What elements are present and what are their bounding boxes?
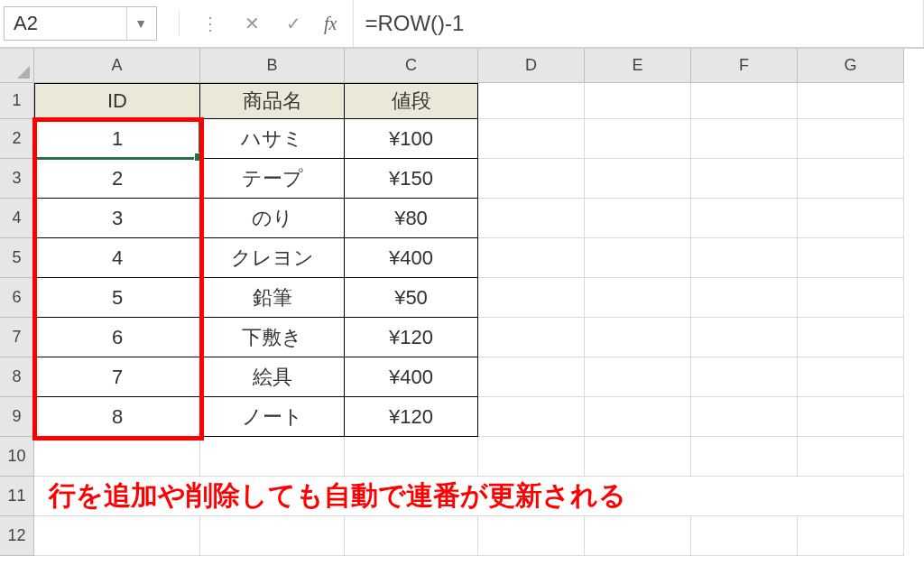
fx-icon[interactable]: fx: [324, 14, 337, 34]
cell[interactable]: [691, 437, 798, 477]
cell[interactable]: [478, 238, 585, 278]
cell[interactable]: [585, 83, 691, 119]
cell[interactable]: [585, 159, 691, 199]
cell[interactable]: クレヨン: [200, 238, 345, 278]
spreadsheet-grid[interactable]: A B C D E F G 1 ID 商品名 値段 2 1 ハサミ ¥100 3…: [0, 49, 924, 556]
cell[interactable]: 7: [34, 357, 200, 397]
cell[interactable]: [691, 238, 798, 278]
row-head[interactable]: 8: [0, 357, 34, 397]
cell[interactable]: 5: [34, 278, 200, 318]
cell[interactable]: [691, 278, 798, 318]
cell[interactable]: [478, 397, 585, 437]
cell[interactable]: [691, 119, 798, 159]
row-head[interactable]: 4: [0, 199, 34, 238]
cell[interactable]: [691, 159, 798, 199]
cell[interactable]: [478, 199, 585, 238]
row-head[interactable]: 5: [0, 238, 34, 278]
table-header-name[interactable]: 商品名: [200, 83, 345, 119]
row-head[interactable]: 1: [0, 83, 34, 119]
cell[interactable]: [798, 199, 904, 238]
formula-input[interactable]: =ROW()-1: [353, 0, 924, 47]
cell[interactable]: ¥50: [345, 278, 478, 318]
cell[interactable]: 4: [34, 238, 200, 278]
select-all-corner[interactable]: [0, 49, 34, 83]
cell[interactable]: [585, 119, 691, 159]
cell[interactable]: 絵具: [200, 357, 345, 397]
cell[interactable]: ¥100: [345, 119, 478, 159]
cell[interactable]: ¥150: [345, 159, 478, 199]
col-head-A[interactable]: A: [34, 49, 200, 83]
cell[interactable]: [691, 83, 798, 119]
cell[interactable]: 2: [34, 159, 200, 199]
cell[interactable]: [478, 119, 585, 159]
name-box-dropdown-icon[interactable]: ▼: [126, 7, 147, 40]
row-head[interactable]: 11: [0, 477, 34, 516]
cell[interactable]: ノート: [200, 397, 345, 437]
cell[interactable]: [200, 437, 345, 477]
cell[interactable]: [691, 357, 798, 397]
cell[interactable]: ¥120: [345, 397, 478, 437]
row-head[interactable]: 10: [0, 437, 34, 477]
cell[interactable]: [691, 397, 798, 437]
cell[interactable]: ¥400: [345, 357, 478, 397]
cell[interactable]: [345, 516, 478, 556]
cell[interactable]: [585, 318, 691, 357]
col-head-F[interactable]: F: [691, 49, 798, 83]
cell[interactable]: [34, 516, 200, 556]
cell[interactable]: [585, 516, 691, 556]
cell[interactable]: [798, 397, 904, 437]
cell[interactable]: [478, 318, 585, 357]
cell[interactable]: [585, 199, 691, 238]
cell[interactable]: [798, 278, 904, 318]
row-head[interactable]: 7: [0, 318, 34, 357]
col-head-G[interactable]: G: [798, 49, 904, 83]
confirm-icon[interactable]: ✓: [282, 13, 304, 34]
cell[interactable]: 6: [34, 318, 200, 357]
cell[interactable]: [200, 516, 345, 556]
cell[interactable]: [585, 357, 691, 397]
cell[interactable]: [478, 159, 585, 199]
cell[interactable]: [478, 357, 585, 397]
row-head[interactable]: 3: [0, 159, 34, 199]
cell[interactable]: [798, 83, 904, 119]
cell[interactable]: のり: [200, 199, 345, 238]
col-head-E[interactable]: E: [585, 49, 691, 83]
cell-A2-active[interactable]: 1: [34, 119, 200, 159]
col-head-D[interactable]: D: [478, 49, 585, 83]
cancel-icon[interactable]: ✕: [241, 13, 263, 34]
cell[interactable]: 下敷き: [200, 318, 345, 357]
cell[interactable]: [585, 238, 691, 278]
cell[interactable]: [585, 437, 691, 477]
cell[interactable]: ¥120: [345, 318, 478, 357]
cell[interactable]: ¥400: [345, 238, 478, 278]
cell[interactable]: [691, 199, 798, 238]
cell[interactable]: [798, 357, 904, 397]
cell[interactable]: [798, 516, 904, 556]
cell[interactable]: [691, 516, 798, 556]
cell[interactable]: 鉛筆: [200, 278, 345, 318]
cell[interactable]: [478, 516, 585, 556]
cell[interactable]: テープ: [200, 159, 345, 199]
cell[interactable]: [798, 119, 904, 159]
table-header-id[interactable]: ID: [34, 83, 200, 119]
cell[interactable]: [478, 278, 585, 318]
row-head[interactable]: 9: [0, 397, 34, 437]
annotation-cell[interactable]: 行を追加や削除しても自動で連番が更新される: [34, 477, 904, 516]
cell[interactable]: 8: [34, 397, 200, 437]
cell[interactable]: [34, 437, 200, 477]
row-head[interactable]: 6: [0, 278, 34, 318]
cell[interactable]: [585, 397, 691, 437]
cell[interactable]: [585, 278, 691, 318]
cell[interactable]: ¥80: [345, 199, 478, 238]
cell[interactable]: 3: [34, 199, 200, 238]
name-box[interactable]: A2 ▼: [4, 6, 157, 41]
cell[interactable]: [798, 437, 904, 477]
cell[interactable]: [478, 437, 585, 477]
row-head[interactable]: 2: [0, 119, 34, 159]
col-head-B[interactable]: B: [200, 49, 345, 83]
row-head[interactable]: 12: [0, 516, 34, 556]
cell[interactable]: [798, 238, 904, 278]
cell[interactable]: [345, 437, 478, 477]
cell[interactable]: [798, 159, 904, 199]
cell[interactable]: [798, 318, 904, 357]
